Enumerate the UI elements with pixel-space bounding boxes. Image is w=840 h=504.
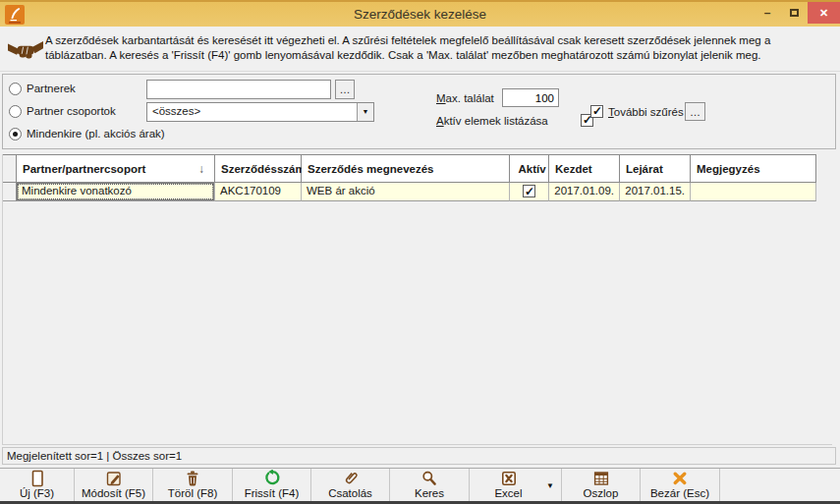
cell-note[interactable]: [691, 183, 816, 201]
column-header-end[interactable]: Lejárat: [620, 154, 691, 183]
close-window-button[interactable]: Bezár (Esc): [641, 469, 720, 501]
column-header-contract-no[interactable]: Szerződésszám: [215, 154, 302, 183]
close-icon: ✕: [819, 7, 828, 20]
partner-browse-button[interactable]: …: [335, 80, 355, 99]
handshake-icon: [8, 37, 43, 64]
edit-icon: [105, 470, 123, 487]
sort-descending-icon: ↓: [198, 162, 204, 176]
paperclip-icon: [342, 470, 360, 487]
table-columns-icon: [592, 470, 610, 487]
row-active-checkbox[interactable]: ✓: [523, 185, 535, 197]
partner-group-select-value: <összes>: [152, 105, 200, 117]
close-x-icon: [671, 470, 689, 487]
partner-input[interactable]: [146, 80, 331, 99]
excel-dropdown-icon[interactable]: ▼: [546, 481, 554, 490]
radio-mindenkire[interactable]: [9, 128, 22, 140]
help-text: A szerződések karbantartását és keresésé…: [45, 33, 833, 63]
attach-button[interactable]: Csatolás: [311, 469, 390, 501]
excel-button[interactable]: Excel ▼: [470, 469, 562, 501]
radio-mindenkire-label: Mindenkire (pl. akciós árak): [27, 128, 165, 140]
modify-button[interactable]: Módosít (F5): [75, 469, 153, 501]
minimize-icon: –: [764, 6, 771, 20]
maximize-icon: [790, 9, 799, 17]
contracts-table: Partner/partnercsoport ↓ Szerződésszám S…: [2, 154, 832, 445]
search-button[interactable]: Keres: [390, 469, 470, 501]
active-only-label: Aktív elemek listázása: [436, 115, 548, 127]
refresh-icon: [263, 470, 281, 487]
cell-contract-no[interactable]: AKC170109: [215, 183, 302, 201]
new-document-icon: [28, 470, 46, 487]
app-window: Szerződések kezelése – ✕ A szerződések k…: [0, 0, 840, 504]
column-header-note[interactable]: Megjegyzés: [691, 154, 816, 183]
cell-partner[interactable]: Mindenkire vonatkozó: [17, 183, 215, 201]
max-results-input[interactable]: [502, 88, 559, 107]
window-title: Szerződések kezelése: [0, 7, 840, 22]
chevron-down-icon[interactable]: ▼: [357, 103, 373, 121]
check-icon: ✓: [525, 184, 534, 200]
more-filter-checkbox[interactable]: ✓: [590, 105, 603, 118]
maximize-button[interactable]: [783, 2, 805, 24]
max-results-label: Max. találat: [436, 92, 494, 104]
search-icon: [420, 470, 438, 487]
trash-icon: [184, 470, 201, 487]
status-bar: Megjelenített sor=1 | Összes sor=1: [2, 447, 836, 465]
radio-partner-csoportok-label: Partner csoportok: [27, 105, 116, 117]
column-header-partner[interactable]: Partner/partnercsoport ↓: [17, 154, 215, 183]
info-strip: A szerződések karbantartását és keresésé…: [0, 28, 840, 72]
check-icon: ✓: [592, 104, 602, 118]
column-header-start[interactable]: Kezdet: [549, 154, 620, 183]
titlebar: Szerződések kezelése – ✕: [0, 0, 840, 27]
minimize-button[interactable]: –: [756, 2, 778, 24]
row-selector-cell[interactable]: [3, 183, 17, 201]
excel-icon: [500, 470, 518, 487]
radio-partnerek[interactable]: [9, 83, 22, 95]
cell-name[interactable]: WEB ár akció: [302, 183, 510, 201]
radio-partner-csoportok[interactable]: [9, 105, 22, 118]
partner-group-select[interactable]: <összes> ▼: [146, 102, 374, 122]
filter-panel: Partnerek … Partner csoportok <összes> ▼…: [2, 74, 836, 149]
new-button[interactable]: Új (F3): [0, 469, 75, 501]
table-header-row: Partner/partnercsoport ↓ Szerződésszám S…: [3, 154, 816, 183]
cell-start-date[interactable]: 2017.01.09.: [549, 183, 620, 201]
table-row[interactable]: Mindenkire vonatkozó AKC170109 WEB ár ak…: [3, 183, 816, 201]
row-selector-header: [3, 154, 17, 183]
columns-button[interactable]: Oszlop: [562, 469, 641, 501]
refresh-button[interactable]: Frissít (F4): [233, 469, 311, 501]
column-header-active[interactable]: Aktív: [510, 154, 549, 183]
cell-active[interactable]: ✓: [510, 183, 549, 201]
close-button[interactable]: ✕: [808, 2, 840, 24]
cell-end-date[interactable]: 2017.01.15.: [620, 183, 691, 201]
column-header-name[interactable]: Szerződés megnevezés: [302, 154, 510, 183]
toolbar-filler: [720, 469, 840, 501]
more-filter-label: További szűrés: [608, 106, 684, 118]
radio-partnerek-label: Partnerek: [27, 83, 76, 94]
delete-button[interactable]: Töröl (F8): [153, 469, 233, 501]
bottom-toolbar: Új (F3) Módosít (F5) Törö: [0, 468, 840, 501]
more-filter-browse-button[interactable]: …: [685, 102, 705, 121]
